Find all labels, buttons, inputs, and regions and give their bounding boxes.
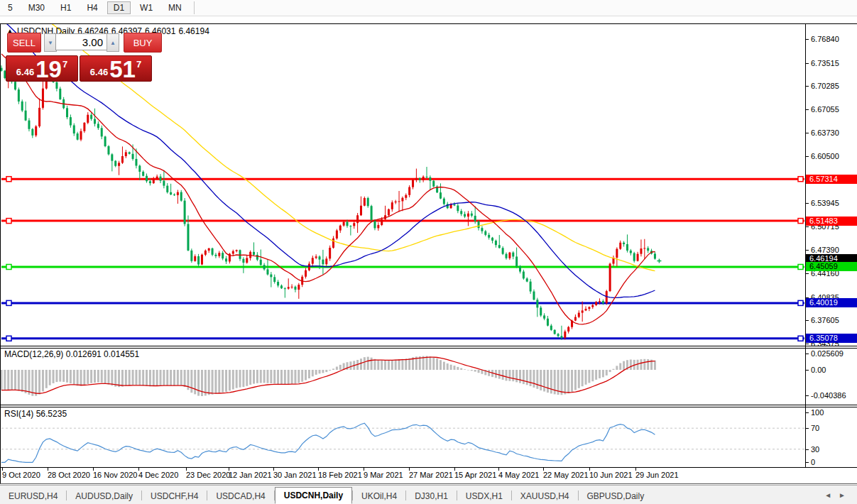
tab-dj30-h1[interactable]: DJ30,H1 — [406, 488, 457, 503]
price-tick-mark — [805, 156, 809, 157]
date-tick-label: 29 Jun 2021 — [635, 471, 679, 479]
toolbar-item-mn[interactable]: MN — [162, 1, 188, 14]
price-tick-mark — [805, 273, 809, 274]
rsi-tick-mark — [805, 428, 809, 429]
toolbar-item-d1[interactable]: D1 — [107, 1, 131, 14]
date-tick-label: 10 Jun 2021 — [589, 471, 633, 479]
price-tick-mark — [805, 133, 809, 133]
level-price-tag: 6.40019 — [806, 298, 857, 307]
tab-ukoil-h4[interactable]: UKOil,H4 — [353, 488, 405, 503]
price-tick-mark — [805, 109, 809, 110]
level-price-tag: 6.45059 — [806, 262, 857, 271]
level-line[interactable] — [1, 219, 804, 224]
rsi-tick-mark — [805, 449, 809, 450]
moving-average-13 — [1, 54, 655, 324]
price-tick-label: 6.53945 — [811, 199, 839, 207]
sell-button[interactable]: SELL — [7, 33, 41, 53]
price-tick-label: 6.47390 — [811, 246, 839, 254]
price-tick-mark — [805, 226, 809, 227]
date-tick-label: 18 Feb 2021 — [318, 471, 362, 479]
price-tick-label: 6.37605 — [811, 316, 839, 324]
date-tick-label: 4 May 2021 — [498, 471, 539, 479]
date-tick-label: 9 Mar 2021 — [364, 471, 403, 479]
macd-tick-label: 0.025609 — [811, 349, 844, 358]
ohlc-close: 6.46194 — [178, 26, 209, 36]
level-price-tag: 6.57314 — [806, 175, 857, 184]
buy-price-pip: 7 — [136, 59, 141, 70]
toolbar-item-w1[interactable]: W1 — [133, 1, 159, 14]
price-tick-label: 6.70285 — [811, 82, 839, 90]
tab-usdcnh-daily[interactable]: USDCNH,Daily — [275, 487, 352, 504]
sell-price-pip: 7 — [62, 59, 67, 70]
rsi-tick-mark — [805, 412, 809, 413]
macd-tick-label: -0.040386 — [811, 391, 846, 400]
date-tick-label: 4 Dec 2020 — [138, 471, 178, 479]
date-tick-label: 30 Jan 2021 — [273, 471, 317, 479]
price-tick-mark — [805, 320, 809, 321]
date-tick-label: 15 Apr 2021 — [454, 471, 496, 479]
tab-xauusd-h4[interactable]: XAUUSD,H4 — [512, 488, 578, 503]
date-tick-label: 28 Oct 2020 — [48, 471, 90, 479]
rsi-name: RSI(14) — [4, 409, 33, 419]
volume-input[interactable] — [55, 33, 108, 50]
rsi-separator-top — [0, 405, 857, 405]
tab-usdcad-h4[interactable]: USDCAD,H4 — [207, 488, 273, 503]
price-tick-mark — [805, 203, 809, 204]
rsi-plot-area[interactable] — [1, 407, 804, 467]
sell-price-display[interactable]: 6.46 19 7 — [6, 55, 78, 82]
chevron-down-icon: ▼ — [48, 40, 53, 46]
candlesticks — [1, 65, 656, 340]
date-tick-label: 27 Mar 2021 — [409, 471, 453, 479]
macd-label: MACD(12,26,9) 0.012691 0.014551 — [4, 349, 139, 359]
tab-audusd-daily[interactable]: AUDUSD,Daily — [67, 488, 141, 503]
tab-usdchf-h4[interactable]: USDCHF,H4 — [142, 488, 207, 503]
level-line[interactable] — [1, 177, 804, 182]
price-tick-mark — [805, 344, 809, 344]
level-price-tag: 6.51483 — [806, 217, 857, 226]
rsi-value: 56.5235 — [36, 409, 67, 419]
rsi-tick-label: 70 — [811, 424, 819, 432]
rsi-tick-label: 0 — [811, 458, 815, 466]
trading-platform-window: 5M30H1H4D1W1MN ▲USDCNH,Daily6.462466.463… — [0, 0, 857, 504]
macd-signal-line — [1, 357, 655, 393]
macd-tick-mark — [805, 395, 809, 396]
toolbar-item-5[interactable]: 5 — [1, 1, 19, 14]
buy-button[interactable]: BUY — [124, 33, 162, 53]
tab-eurusd-h4[interactable]: EURUSD,H4 — [0, 488, 66, 503]
rsi-tick-label: 100 — [811, 408, 824, 417]
price-tick-mark — [805, 39, 809, 40]
macd-separator-top — [0, 346, 857, 346]
macd-tick-label: 0.00 — [811, 366, 826, 374]
timeframe-toolbar: 5M30H1H4D1W1MN — [0, 0, 857, 16]
time-axis-border — [0, 467, 857, 468]
level-line[interactable] — [1, 336, 804, 341]
tab-scroll-left-icon[interactable]: ◄ — [824, 491, 839, 499]
toolbar-item-h1[interactable]: H1 — [54, 1, 77, 14]
chart-tab-bar: EURUSD,H4AUDUSD,DailyUSDCHF,H4USDCAD,H4U… — [0, 485, 857, 504]
price-tick-mark — [805, 63, 809, 64]
toolbar-item-h4[interactable]: H4 — [80, 1, 104, 14]
one-click-trading-panel: SELL ▼ ▲ BUY 6.46 19 7 6.46 51 7 — [6, 32, 160, 80]
price-tick-label: 6.76840 — [811, 35, 839, 43]
price-tick-label: 6.63730 — [811, 128, 839, 137]
price-axis-separator — [805, 24, 806, 468]
buy-price-big-digits: 51 — [109, 57, 136, 81]
tab-usdx-h1[interactable]: USDX,H1 — [457, 488, 511, 503]
toolbar-item-m30[interactable]: M30 — [22, 1, 51, 14]
macd-name: MACD(12,26,9) — [4, 349, 63, 359]
date-tick-label: 22 May 2021 — [543, 471, 589, 479]
date-tick-label: 9 Oct 2020 — [2, 471, 40, 479]
volume-increase-button[interactable]: ▲ — [107, 33, 119, 52]
price-tick-label: 6.67055 — [811, 105, 839, 114]
chevron-up-icon: ▲ — [110, 40, 116, 46]
price-tick-mark — [805, 250, 809, 251]
macd-values: 0.012691 0.014551 — [66, 349, 139, 359]
level-line[interactable] — [1, 264, 804, 269]
date-tick-label: 16 Nov 2020 — [93, 471, 137, 479]
price-tick-label: 6.60500 — [811, 152, 839, 160]
date-tick-label: 12 Jan 2021 — [229, 471, 272, 479]
tab-scroll-right-icon[interactable]: ► — [839, 491, 853, 499]
tab-gbpusd-daily[interactable]: GBPUSD,Daily — [579, 488, 653, 503]
buy-price-display[interactable]: 6.46 51 7 — [80, 55, 152, 82]
level-line[interactable] — [1, 300, 804, 305]
